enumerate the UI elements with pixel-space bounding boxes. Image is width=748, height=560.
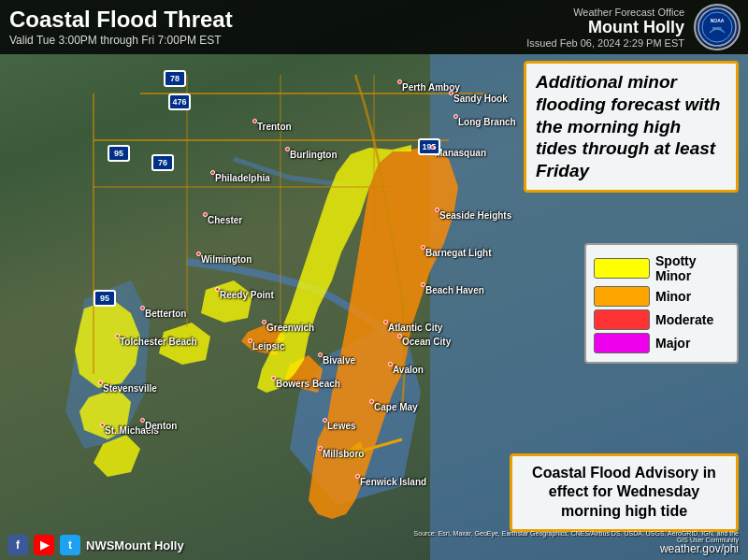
city-label: Denton [145, 421, 177, 431]
website-text: weather.gov/phi [660, 542, 739, 555]
city-dot [248, 338, 252, 343]
city-label: Sandy Hook [453, 93, 508, 104]
city-label: Cape May [374, 402, 418, 412]
social-handle: NWSMount Holly [86, 538, 184, 553]
city-dot [397, 79, 402, 84]
legend-color-swatch [594, 309, 650, 330]
city-label: Stevensville [103, 383, 157, 394]
city-dot [100, 423, 105, 427]
city-label: Lewes [327, 421, 356, 431]
city-label: Barnegat Light [425, 248, 492, 258]
city-dot [285, 147, 290, 151]
city-dot [271, 376, 276, 381]
source-text: Source: Esri, Maxar, GeoEye, Earthstar G… [411, 530, 739, 543]
info-box-text: Additional minor flooding forecast with … [536, 71, 726, 182]
city-label: Leipsic [252, 341, 284, 352]
city-dot [397, 334, 402, 338]
city-dot [262, 320, 266, 324]
legend-item: Moderate [594, 309, 729, 330]
city-label: Burlington [290, 150, 338, 160]
legend-label: Major [655, 336, 690, 351]
city-label: Reedy Point [220, 290, 274, 300]
city-label: Atlantic City [388, 323, 442, 333]
issued-text: Issued Feb 06, 2024 2:29 PM EST [526, 37, 684, 49]
city-dot [421, 245, 425, 250]
city-dot [369, 399, 374, 404]
city-dot [215, 287, 220, 292]
highway-shield: 76 [151, 154, 174, 171]
city-label: Ocean City [402, 337, 451, 347]
legend-item: Minor [594, 286, 729, 307]
city-label: Avalon [393, 365, 424, 375]
city-dot [210, 170, 215, 175]
header-left: Coastal Flood Threat Valid Tue 3:00PM th… [9, 7, 233, 47]
city-label: Bivalve [323, 355, 355, 366]
city-dot [355, 474, 360, 479]
city-dot [421, 282, 425, 287]
city-dot [435, 208, 439, 212]
city-dot [203, 212, 208, 217]
city-label: Seaside Heights [439, 210, 511, 221]
social-bar: f ▶ t NWSMount Holly [7, 535, 184, 555]
city-label: Fenwick Island [360, 477, 426, 487]
legend-item: Spotty Minor [594, 253, 729, 283]
svg-marker-10 [201, 280, 252, 323]
advisory-text: Coastal Flood Advisory in effect for Wed… [522, 464, 726, 522]
city-dot [323, 418, 327, 423]
city-label: Betterton [145, 309, 186, 319]
city-dot [388, 362, 393, 366]
highway-shield: 476 [168, 93, 191, 110]
city-label: Manasquan [435, 148, 486, 158]
main-title: Coastal Flood Threat [9, 7, 233, 32]
city-label: Long Branch [458, 117, 516, 127]
legend-color-swatch [594, 286, 650, 307]
city-dot [98, 381, 103, 385]
city-label: Bowers Beach [276, 379, 340, 389]
legend-label: Moderate [655, 312, 713, 327]
office-name: Weather Forecast Office [526, 7, 684, 18]
city-label: Beach Haven [425, 285, 484, 295]
city-dot [115, 334, 120, 338]
valid-text: Valid Tue 3:00PM through Fri 7:00PM EST [9, 34, 233, 47]
legend-item: Major [594, 333, 729, 353]
city-dot [140, 418, 145, 423]
city-label: Philadelphia [215, 173, 270, 183]
city-dot [318, 446, 323, 451]
city-label: Trenton [257, 122, 292, 132]
city-label: Chester [208, 215, 242, 225]
legend-label: Minor [655, 289, 691, 304]
city-dot [140, 306, 145, 310]
city-dot [252, 119, 257, 123]
legend-label: Spotty Minor [655, 253, 729, 283]
highway-shield: 95 [108, 145, 130, 162]
city-label: Millsboro [323, 449, 364, 459]
advisory-box: Coastal Flood Advisory in effect for Wed… [510, 453, 739, 532]
legend-color-swatch [594, 258, 650, 279]
header-bar: Coastal Flood Threat Valid Tue 3:00PM th… [0, 0, 748, 54]
highway-shield: 78 [164, 70, 186, 87]
city-dot [196, 251, 201, 256]
office-location: Mount Holly [526, 18, 684, 37]
nws-logo-circle: NOAA NWS [694, 4, 741, 50]
legend-box: Spotty MinorMinorModerateMajor [584, 243, 739, 364]
highway-shield: 95 [94, 290, 116, 307]
info-box: Additional minor flooding forecast with … [524, 61, 739, 193]
city-dot [318, 352, 323, 357]
youtube-icon: ▶ [34, 535, 54, 555]
city-dot [430, 145, 435, 150]
facebook-icon: f [7, 535, 28, 555]
city-dot [453, 114, 458, 119]
nws-logo: NOAA NWS [694, 4, 741, 50]
city-label: Tolchester Beach [120, 337, 197, 347]
city-label: Wilmington [201, 254, 252, 265]
city-dot [449, 91, 453, 95]
legend-color-swatch [594, 333, 650, 353]
highway-shield: 195 [418, 138, 440, 155]
twitter-icon: t [60, 535, 80, 555]
svg-text:NOAA: NOAA [711, 18, 725, 23]
city-label: Greenwich [266, 323, 314, 333]
city-dot [383, 320, 388, 324]
